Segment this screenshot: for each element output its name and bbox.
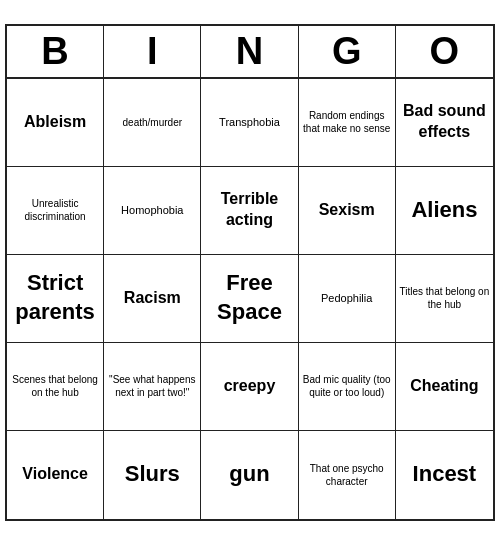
cell-text-0: Ableism bbox=[24, 112, 86, 133]
bingo-cell-9: Aliens bbox=[396, 167, 493, 255]
cell-text-17: creepy bbox=[224, 376, 276, 397]
bingo-cell-1: death/murder bbox=[104, 79, 201, 167]
cell-text-3: Random endings that make no sense bbox=[302, 109, 392, 135]
bingo-cell-20: Violence bbox=[7, 431, 104, 519]
bingo-card: BINGO Ableismdeath/murderTransphobiaRand… bbox=[5, 24, 495, 521]
bingo-letter-n: N bbox=[201, 26, 298, 77]
cell-text-15: Scenes that belong on the hub bbox=[10, 373, 100, 399]
cell-text-22: gun bbox=[229, 460, 269, 489]
bingo-cell-24: Incest bbox=[396, 431, 493, 519]
bingo-grid: Ableismdeath/murderTransphobiaRandom end… bbox=[7, 79, 493, 519]
cell-text-1: death/murder bbox=[123, 116, 182, 129]
bingo-letter-b: B bbox=[7, 26, 104, 77]
bingo-cell-15: Scenes that belong on the hub bbox=[7, 343, 104, 431]
bingo-cell-11: Racism bbox=[104, 255, 201, 343]
bingo-cell-23: That one psycho character bbox=[299, 431, 396, 519]
bingo-letter-g: G bbox=[299, 26, 396, 77]
bingo-cell-19: Cheating bbox=[396, 343, 493, 431]
bingo-cell-14: Titles that belong on the hub bbox=[396, 255, 493, 343]
cell-text-6: Homophobia bbox=[121, 203, 183, 217]
cell-text-21: Slurs bbox=[125, 460, 180, 489]
bingo-cell-3: Random endings that make no sense bbox=[299, 79, 396, 167]
bingo-cell-16: "See what happens next in part two!" bbox=[104, 343, 201, 431]
cell-text-23: That one psycho character bbox=[302, 462, 392, 488]
cell-text-9: Aliens bbox=[411, 196, 477, 225]
cell-text-2: Transphobia bbox=[219, 115, 280, 129]
bingo-cell-13: Pedophilia bbox=[299, 255, 396, 343]
cell-text-10: Strict parents bbox=[10, 269, 100, 326]
bingo-cell-7: Terrible acting bbox=[201, 167, 298, 255]
cell-text-8: Sexism bbox=[319, 200, 375, 221]
bingo-cell-6: Homophobia bbox=[104, 167, 201, 255]
bingo-cell-18: Bad mic quality (too quite or too loud) bbox=[299, 343, 396, 431]
cell-text-13: Pedophilia bbox=[321, 291, 372, 305]
bingo-cell-12: Free Space bbox=[201, 255, 298, 343]
cell-text-16: "See what happens next in part two!" bbox=[107, 373, 197, 399]
cell-text-19: Cheating bbox=[410, 376, 478, 397]
bingo-cell-4: Bad sound effects bbox=[396, 79, 493, 167]
bingo-cell-21: Slurs bbox=[104, 431, 201, 519]
cell-text-12: Free Space bbox=[204, 269, 294, 326]
bingo-cell-2: Transphobia bbox=[201, 79, 298, 167]
cell-text-18: Bad mic quality (too quite or too loud) bbox=[302, 373, 392, 399]
bingo-cell-10: Strict parents bbox=[7, 255, 104, 343]
bingo-cell-22: gun bbox=[201, 431, 298, 519]
bingo-cell-8: Sexism bbox=[299, 167, 396, 255]
bingo-letter-i: I bbox=[104, 26, 201, 77]
bingo-cell-5: Unrealistic discrimination bbox=[7, 167, 104, 255]
cell-text-14: Titles that belong on the hub bbox=[399, 285, 490, 311]
cell-text-20: Violence bbox=[22, 464, 88, 485]
cell-text-24: Incest bbox=[413, 460, 477, 489]
cell-text-7: Terrible acting bbox=[204, 189, 294, 231]
cell-text-4: Bad sound effects bbox=[399, 101, 490, 143]
bingo-cell-0: Ableism bbox=[7, 79, 104, 167]
bingo-header: BINGO bbox=[7, 26, 493, 79]
bingo-cell-17: creepy bbox=[201, 343, 298, 431]
bingo-letter-o: O bbox=[396, 26, 493, 77]
cell-text-11: Racism bbox=[124, 288, 181, 309]
cell-text-5: Unrealistic discrimination bbox=[10, 197, 100, 223]
